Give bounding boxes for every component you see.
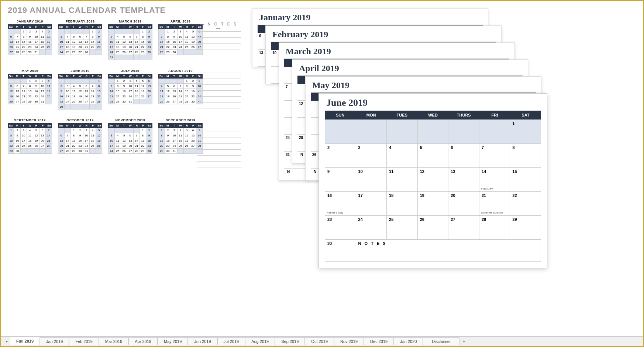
sheet-month-title: May 2019 — [306, 77, 541, 93]
calendar-day-cell[interactable]: 12 — [418, 168, 449, 192]
calendar-day-cell[interactable]: 17 — [356, 192, 387, 216]
notes-line[interactable] — [197, 114, 241, 120]
calendar-day-cell[interactable]: 21Summer Solstice — [479, 192, 510, 216]
sheet-tab[interactable]: Jul 2019 — [217, 337, 245, 345]
notes-line[interactable] — [197, 79, 241, 85]
calendar-day-cell[interactable]: 18 — [387, 192, 418, 216]
calendar-day-cell[interactable]: 3 — [356, 144, 387, 168]
notes-line[interactable] — [197, 126, 241, 132]
notes-line[interactable] — [197, 138, 241, 144]
calendar-day-cell[interactable]: 20 — [448, 192, 479, 216]
sheet-tab[interactable]: Full 2019 — [10, 337, 40, 345]
calendar-day-cell[interactable] — [479, 120, 510, 144]
sheet-tab[interactable]: Jan 2019 — [40, 337, 69, 345]
notes-line[interactable] — [197, 156, 241, 162]
notes-line[interactable] — [197, 132, 241, 138]
sheet-tab[interactable]: Jun 2019 — [188, 337, 217, 345]
notes-line[interactable] — [197, 38, 241, 44]
calendar-day-cell[interactable]: 22 — [510, 192, 541, 216]
calendar-day-cell[interactable]: 28 — [479, 216, 510, 240]
notes-line[interactable] — [197, 103, 241, 108]
calendar-day-cell[interactable]: 29 — [510, 216, 541, 240]
calendar-day-cell[interactable] — [387, 120, 418, 144]
sheet-month-title: January 2019 — [252, 9, 488, 25]
calendar-day-cell[interactable]: 11 — [387, 168, 418, 192]
notes-panel: — N O T E S — — [197, 21, 241, 173]
notes-line[interactable] — [197, 150, 241, 156]
sheet-tab[interactable]: Sep 2019 — [275, 337, 305, 345]
mini-month-title: NOVEMBER 2019 — [108, 118, 152, 122]
mini-month-title: FEBRUARY 2019 — [58, 20, 102, 23]
mini-month-title: MAY 2019 — [8, 69, 52, 73]
notes-line[interactable] — [197, 97, 241, 103]
mini-month-title: OCTOBER 2019 — [58, 118, 102, 122]
sheet-tab[interactable]: - Disclaimer - — [423, 337, 459, 345]
calendar-day-cell[interactable]: 5 — [418, 144, 449, 168]
sheet-tab[interactable]: May 2019 — [158, 337, 188, 345]
calendar-day-cell[interactable]: 16Father's Day — [325, 192, 356, 216]
calendar-day-cell[interactable]: 10 — [356, 168, 387, 192]
sheet-month-title: February 2019 — [266, 26, 501, 42]
notes-line[interactable] — [197, 167, 241, 173]
calendar-day-cell[interactable] — [356, 120, 387, 144]
sheet-tab[interactable]: Apr 2019 — [128, 337, 158, 345]
notes-line[interactable] — [197, 44, 241, 49]
notes-line[interactable] — [197, 120, 241, 126]
notes-line[interactable] — [197, 91, 241, 97]
mini-month-title: JANUARY 2019 — [8, 20, 52, 23]
calendar-day-cell[interactable]: 24 — [356, 216, 387, 240]
notes-heading: — N O T E S — — [197, 21, 241, 32]
calendar-day-cell[interactable]: 1 — [510, 120, 541, 144]
month-notes-area[interactable]: N O T E S — [356, 240, 541, 262]
sheet-month-title: April 2019 — [292, 60, 528, 76]
notes-line[interactable] — [197, 162, 241, 167]
calendar-day-cell[interactable]: 15 — [510, 168, 541, 192]
calendar-day-cell[interactable]: 14Flag Day — [479, 168, 510, 192]
notes-line[interactable] — [197, 85, 241, 91]
calendar-day-cell[interactable] — [418, 120, 449, 144]
calendar-day-cell[interactable]: 25 — [387, 216, 418, 240]
sheet-tab[interactable]: Feb 2019 — [69, 337, 99, 345]
calendar-day-cell[interactable] — [448, 120, 479, 144]
june-title: June 2019 — [319, 94, 547, 111]
notes-line[interactable] — [197, 61, 241, 67]
calendar-day-cell[interactable]: 6 — [448, 144, 479, 168]
calendar-day-cell[interactable] — [325, 120, 356, 144]
calendar-day-cell[interactable]: 26 — [418, 216, 449, 240]
sheet-month-title: March 2019 — [279, 43, 514, 59]
notes-line[interactable] — [197, 73, 241, 79]
notes-line[interactable] — [197, 49, 241, 55]
mini-month-title: JULY 2019 — [108, 69, 152, 73]
notes-line[interactable] — [197, 144, 241, 150]
calendar-day-cell[interactable]: 30 — [325, 240, 356, 262]
sheet-tab[interactable]: Mar 2019 — [99, 337, 128, 345]
mini-month-title: JUNE 2019 — [58, 69, 102, 73]
add-tab-button[interactable]: + — [459, 338, 468, 345]
calendar-day-cell[interactable]: 8 — [510, 144, 541, 168]
calendar-day-cell[interactable]: 13 — [448, 168, 479, 192]
mini-month-title: AUGUST 2019 — [158, 69, 203, 73]
notes-line[interactable] — [197, 108, 241, 114]
calendar-day-cell[interactable]: 19 — [418, 192, 449, 216]
sheet-tab[interactable]: Nov 2019 — [334, 337, 364, 345]
calendar-day-cell[interactable]: 9 — [325, 168, 356, 192]
notes-line[interactable] — [197, 32, 241, 38]
sheet-tab[interactable]: Oct 2019 — [305, 337, 334, 345]
mini-month-title: DECEMBER 2019 — [158, 118, 203, 122]
calendar-day-cell[interactable]: 4 — [387, 144, 418, 168]
mini-month-title: SEPTEMBER 2019 — [8, 118, 52, 122]
mini-month-title: MARCH 2019 — [108, 20, 152, 23]
notes-line[interactable] — [197, 67, 241, 73]
tab-nav-prev-icon[interactable]: ▸ — [3, 338, 10, 345]
mini-month-title: APRIL 2019 — [158, 20, 203, 23]
calendar-day-cell[interactable]: 7 — [479, 144, 510, 168]
calendar-day-cell[interactable]: 27 — [448, 216, 479, 240]
sheet-tab[interactable]: Aug 2019 — [245, 337, 275, 345]
sheet-tabs: ▸ Full 2019Jan 2019Feb 2019Mar 2019Apr 2… — [1, 336, 643, 346]
sheet-tab[interactable]: Jan 2020 — [394, 337, 423, 345]
calendar-day-cell[interactable]: 23 — [325, 216, 356, 240]
sheet-tab[interactable]: Dec 2019 — [364, 337, 394, 345]
notes-line[interactable] — [197, 55, 241, 61]
calendar-day-cell[interactable]: 2 — [325, 144, 356, 168]
